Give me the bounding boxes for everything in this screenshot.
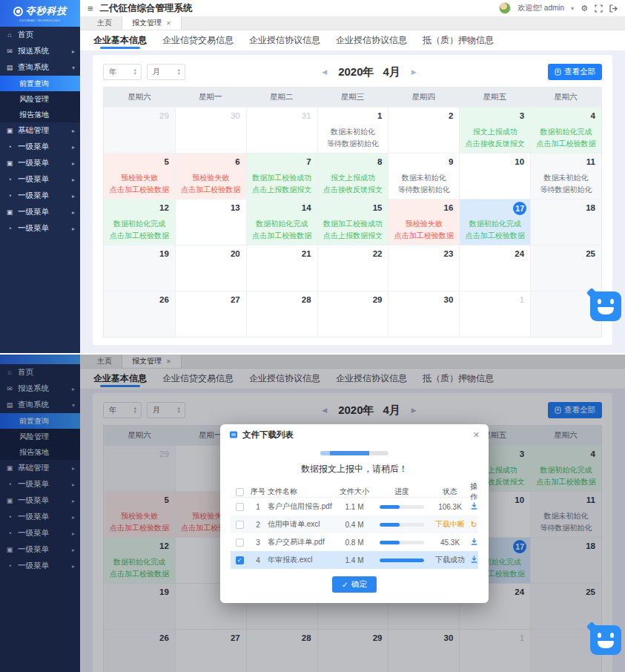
calendar-day-13[interactable]: 13	[175, 199, 246, 245]
row-checkbox[interactable]	[236, 538, 244, 547]
day-number: 30	[231, 111, 240, 120]
window-tab-报文管理[interactable]: 报文管理✕	[122, 16, 182, 30]
calendar-day-28[interactable]: 28	[246, 291, 317, 337]
view-all-button[interactable]: 查看全部	[548, 64, 602, 80]
calendar-day-9[interactable]: 9数据未初始化等待数据初始化	[388, 153, 459, 199]
day-number: 11	[586, 157, 595, 166]
sidebar-item-一级菜单[interactable]: ▣一级菜单▸	[0, 204, 80, 220]
day-number: 24	[515, 249, 524, 258]
collapse-menu-icon[interactable]: ≡	[87, 3, 93, 14]
main-area: ≡ 二代征信综合管理系统 欢迎您! admin ▾ ⚙ 主页报文管理✕ 企业基本…	[80, 0, 625, 353]
calendar-day-22[interactable]: 22	[317, 245, 388, 291]
calendar-day-24[interactable]: 24	[459, 245, 530, 291]
sidebar-item-一级菜单[interactable]: ◔一级菜单▸	[0, 171, 80, 188]
weekday-label: 星期一	[175, 88, 246, 107]
chat-assistant-button[interactable]	[590, 291, 621, 321]
calendar-day-19[interactable]: 19	[104, 245, 175, 291]
calendar-day-5[interactable]: 5预校验失败点击加工校验数据	[104, 153, 175, 199]
status-line2: 点击加工校验数据	[460, 230, 530, 242]
month-select[interactable]: 月 ▲▼	[147, 64, 185, 80]
sidebar-item-一级菜单[interactable]: ◔一级菜单▸	[0, 188, 80, 204]
modal-title: 文件下载列表	[242, 429, 294, 441]
day-number: 20	[231, 249, 240, 258]
calendar-day-14[interactable]: 14数据初始化完成点击加工校验数据	[246, 199, 317, 245]
avatar[interactable]	[499, 2, 511, 14]
tab-企业信贷交易信息[interactable]: 企业信贷交易信息	[162, 30, 234, 50]
progress-track	[380, 523, 424, 527]
calendar-day-21[interactable]: 21	[246, 245, 317, 291]
sidebar-item-一级菜单[interactable]: ◔一级菜单▸	[0, 220, 80, 237]
year-select[interactable]: 年 ▲▼	[103, 64, 142, 80]
sidebar-item-基础管理[interactable]: ▣基础管理▸	[0, 122, 80, 139]
chat-face-icon	[610, 633, 614, 638]
sidebar-item-报告落地[interactable]: 报告落地	[0, 107, 80, 122]
calendar-day-27[interactable]: 27	[175, 291, 246, 337]
calendar-day-31[interactable]: 31	[246, 107, 317, 153]
next-month-icon[interactable]: ▶	[411, 68, 417, 76]
row-checkbox[interactable]: ✓	[236, 556, 244, 564]
confirm-button[interactable]: ✓ 确定	[332, 576, 377, 593]
prev-month-icon[interactable]: ◀	[322, 68, 327, 76]
sidebar-item-一级菜单[interactable]: ◔一级菜单▸	[0, 139, 80, 155]
calendar-day-17[interactable]: 17数据初始化完成点击加工校验数据	[459, 199, 530, 245]
calendar-day-18[interactable]: 18	[530, 199, 601, 245]
calendar-day-12[interactable]: 12数据初始化完成点击加工校验数据	[104, 199, 175, 245]
calendar-day-29[interactable]: 29	[317, 291, 388, 337]
calendar-day-1[interactable]: 1	[459, 291, 530, 337]
settings-gear-icon[interactable]: ⚙	[581, 4, 588, 13]
calendar-day-6[interactable]: 6预校验失败点击加工校验数据	[175, 153, 246, 199]
day-status-text: 数据未初始化等待数据初始化	[531, 172, 601, 196]
calendar-day-2[interactable]: 2	[388, 107, 459, 153]
chevron-right-icon: ▸	[72, 160, 75, 167]
tab-企业基本信息[interactable]: 企业基本信息	[93, 30, 147, 50]
sidebar-item-风险管理[interactable]: 风险管理	[0, 91, 80, 107]
calendar-day-10[interactable]: 10	[459, 153, 530, 199]
calendar-day-3[interactable]: 3报文上报成功点击接收反馈报文	[459, 107, 530, 153]
tab-企业授信协议信息[interactable]: 企业授信协议信息	[249, 30, 320, 50]
status-line1: 数据初始化完成	[247, 218, 317, 230]
close-icon[interactable]: ✕	[473, 430, 480, 440]
sidebar-item-首页[interactable]: ⌂首页	[0, 27, 80, 43]
row-checkbox[interactable]	[236, 521, 244, 529]
day-number: 9	[449, 157, 453, 166]
calendar-day-1[interactable]: 1数据未初始化等待数据初始化	[317, 107, 388, 153]
calendar-day-25[interactable]: 25	[530, 245, 601, 291]
calendar-day-20[interactable]: 20	[175, 245, 246, 291]
calendar-day-16[interactable]: 16预校验失败点击加工校验数据	[388, 199, 459, 245]
calendar-day-30[interactable]: 30	[388, 291, 459, 337]
sidebar-item-报送系统[interactable]: ✉报送系统▸	[0, 43, 80, 59]
window-tab-主页[interactable]: 主页	[87, 16, 122, 30]
sidebar-item-查询系统[interactable]: ▤查询系统▾	[0, 59, 80, 76]
sidebar-item-一级菜单[interactable]: ▣一级菜单▸	[0, 155, 80, 171]
download-icon[interactable]	[471, 538, 477, 545]
file-op	[469, 538, 478, 547]
calendar-day-15[interactable]: 15数据加工校验成功点击上报数据报文	[317, 199, 388, 245]
tab-抵（质）押物信息[interactable]: 抵（质）押物信息	[423, 30, 494, 50]
spinner-arrows-icon[interactable]: ▲▼	[133, 68, 137, 76]
row-checkbox[interactable]	[236, 503, 244, 511]
close-tab-icon[interactable]: ✕	[166, 20, 171, 27]
refresh-icon[interactable]: ↻	[470, 520, 477, 529]
tab-企业授信协议信息[interactable]: 企业授信协议信息	[336, 30, 407, 50]
calendar-day-23[interactable]: 23	[388, 245, 459, 291]
select-all-checkbox[interactable]	[236, 488, 244, 496]
calendar-day-7[interactable]: 7数据加工校验成功点击上报数据报文	[246, 153, 317, 199]
calendar-day-11[interactable]: 11数据未初始化等待数据初始化	[530, 153, 601, 199]
fullscreen-icon[interactable]	[595, 4, 603, 13]
sidebar-menu: ⌂首页✉报送系统▸▤查询系统▾前置查询风险管理报告落地▣基础管理▸◔一级菜单▸▣…	[0, 27, 80, 237]
calendar-day-29[interactable]: 29	[104, 107, 175, 153]
chat-assistant-button[interactable]	[590, 625, 621, 655]
calendar-day-4[interactable]: 4数据初始化完成点击加工校验数据	[530, 107, 601, 153]
download-icon[interactable]	[471, 502, 477, 510]
day-status-text: 数据初始化完成点击加工校验数据	[460, 218, 530, 242]
file-op: ↻	[469, 520, 478, 530]
download-icon[interactable]	[471, 556, 477, 563]
sidebar-item-前置查询[interactable]: 前置查询	[0, 76, 80, 91]
spinner-arrows-icon[interactable]: ▲▼	[177, 68, 181, 76]
calendar-day-26[interactable]: 26	[104, 291, 175, 337]
chevron-down-icon[interactable]: ▾	[571, 5, 574, 12]
logout-icon[interactable]	[609, 4, 618, 13]
calendar-day-8[interactable]: 8报文上报成功点击接收反馈报文	[317, 153, 388, 199]
calendar-day-30[interactable]: 30	[175, 107, 246, 153]
day-number: 5	[164, 157, 168, 166]
